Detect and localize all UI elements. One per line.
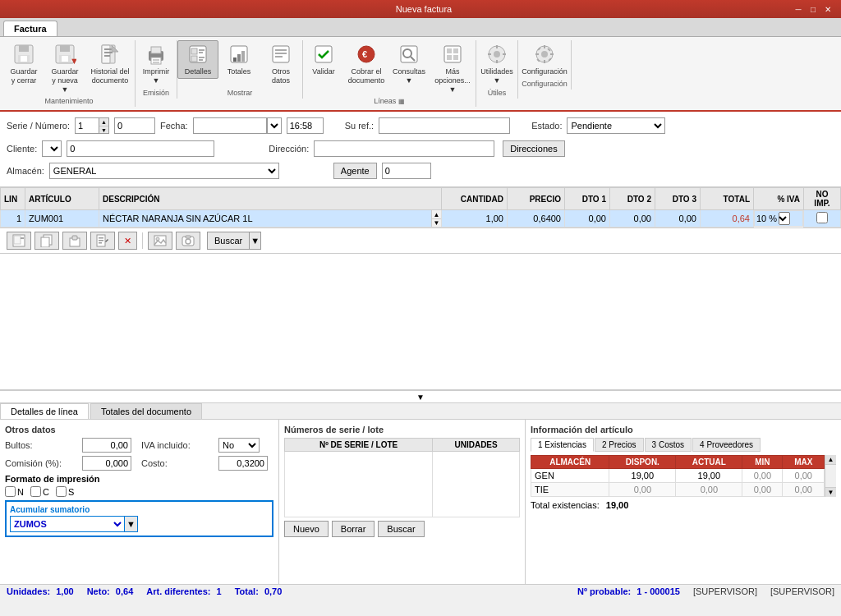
checkbox-n[interactable] [5,486,16,497]
info-tab-precios[interactable]: 2 Precios [595,438,644,452]
print-button[interactable]: Imprimir ▼ [136,40,177,88]
maximize-button[interactable]: □ [807,3,820,15]
more-options-button[interactable]: Másopciones... ▼ [430,40,476,96]
stock-scroll-down[interactable]: ▼ [825,487,836,497]
fecha-input[interactable] [193,117,267,134]
desc-scroll-up[interactable]: ▲ [432,210,441,218]
utilities-button[interactable]: Utilidades ▼ [476,40,517,88]
serie-input[interactable]: 1 [76,118,99,133]
agente-button[interactable]: Agente [333,163,377,179]
validate-button[interactable]: Validar [303,40,344,79]
action-bar: ✕ Buscar ▼ [0,228,841,254]
serie-up-arrow[interactable]: ▲ [99,118,108,126]
accumulate-arrow[interactable]: ▼ [125,516,138,532]
svg-rect-3 [21,56,27,62]
print-format-label: Formato de impresión [5,474,273,484]
borrar-button[interactable]: Borrar [332,521,375,537]
edit-line-button[interactable] [90,232,115,250]
bottom-tabs: Detalles de línea Totales del documento [0,403,841,420]
checkbox-s[interactable] [56,486,67,497]
factura-tab[interactable]: Factura [3,21,57,36]
image2-button[interactable] [176,232,200,250]
queries-button[interactable]: Consultas ▼ [388,40,430,88]
config-button[interactable]: Configuración [518,40,571,79]
bultos-label: Bultos: [5,440,79,450]
time-input[interactable]: 16:58 [287,117,324,134]
su-ref-input[interactable] [379,117,510,134]
accumulate-label: Acumular sumatorio [10,505,269,514]
tab-totales-documento[interactable]: Totales del documento [90,403,202,419]
tab-detalles-linea[interactable]: Detalles de línea [0,403,89,419]
table-row[interactable]: 1 ZUM001 NÉCTAR NARANJA SIN AZÚCAR 1L ▲ … [1,210,841,228]
other-data-button[interactable]: Otrosdatos [260,40,302,88]
nuevo-button[interactable]: Nuevo [284,521,329,537]
supervisor1-badge: [SUPERVISOR] [693,586,757,596]
collect-label: Cobrar eldocumento [348,67,385,85]
svg-rect-48 [496,45,498,48]
info-tab-proveedores[interactable]: 4 Proveedores [692,438,761,452]
agente-input[interactable]: 0 [382,163,431,179]
desc-scroll-down[interactable]: ▼ [432,218,441,228]
minimize-button[interactable]: ─ [792,3,805,15]
paste-line-button[interactable] [62,232,87,250]
history-button[interactable]: Historial del documento [85,40,135,88]
collect-button[interactable]: € Cobrar eldocumento [344,40,388,88]
cliente-input[interactable]: 0 [67,140,214,157]
image1-button[interactable] [148,232,172,250]
comision-input[interactable]: 0,000 [82,456,131,471]
svg-text:€: € [362,49,367,59]
fecha-select[interactable] [267,117,282,134]
save-new-button[interactable]: ▼ Guardary nueva ▼ [44,40,85,96]
iva-incluido-select[interactable]: No Sí [218,438,260,453]
buscar-serie-button[interactable]: Buscar [378,521,424,537]
serie-down-arrow[interactable]: ▼ [99,126,108,133]
unidades-value: 1,00 [56,586,73,596]
probable-value: 1 - 000015 [636,586,680,596]
close-button[interactable]: ✕ [821,3,834,15]
copy-line-button[interactable] [34,232,59,250]
save-close-button[interactable]: Guardar y cerrar [3,40,44,88]
window-controls[interactable]: ─ □ ✕ [792,3,834,15]
stock-dispon-2: 0,00 [609,483,676,497]
delete-line-button[interactable]: ✕ [118,232,137,250]
numero-input[interactable]: 0 [114,117,155,134]
almacen-select[interactable]: GENERAL [49,163,279,179]
costo-input[interactable]: 0,3200 [218,456,268,471]
estado-select[interactable]: Pendiente [567,117,665,134]
buscar-arrow[interactable]: ▼ [250,232,261,250]
empty-lines-area [0,254,841,390]
info-tab-costos[interactable]: 3 Costos [645,438,692,452]
info-tab-existencias[interactable]: 1 Existencias [531,438,594,452]
svg-rect-72 [99,242,102,244]
stock-scrollbar[interactable]: ▲ ▼ [825,455,836,497]
row-lin: 1 [1,210,25,228]
svg-rect-44 [447,55,452,60]
checkbox-n-item[interactable]: N [5,486,24,497]
direccion-input[interactable] [314,140,494,157]
svg-rect-50 [488,53,491,55]
totals-button[interactable]: Totales [218,40,260,79]
stock-scroll-up[interactable]: ▲ [825,455,836,465]
accumulate-select[interactable]: ZUMOS OTROS [10,516,125,532]
checkbox-c[interactable] [30,486,41,497]
checkbox-s-item[interactable]: S [56,486,74,497]
row-iva[interactable]: 10 % [754,210,803,227]
new-line-button[interactable] [7,232,31,250]
svg-rect-51 [503,53,506,55]
direcciones-button[interactable]: Direcciones [503,140,564,157]
row-noimp[interactable] [804,210,841,228]
details-button[interactable]: Detalles [177,40,218,79]
noimp-checkbox[interactable] [816,212,828,223]
info-tabs: 1 Existencias 2 Precios 3 Costos 4 Prove… [531,438,836,452]
stock-table: ALMACÉN DISPON. ACTUAL MIN MAX GEN 19,00… [531,455,825,497]
checkbox-c-item[interactable]: C [30,486,49,497]
bultos-input[interactable]: 0,00 [82,438,131,453]
unidades-label: Unidades: [7,586,50,596]
buscar-button[interactable]: Buscar [207,232,250,250]
expand-row[interactable]: ▼ [0,390,841,403]
iva-select[interactable] [779,212,790,225]
neto-value: 0,64 [116,586,133,596]
row-dto2: 0,00 [610,210,655,228]
cliente-type-select[interactable] [42,140,62,157]
window-title: Nueva factura [56,4,792,14]
